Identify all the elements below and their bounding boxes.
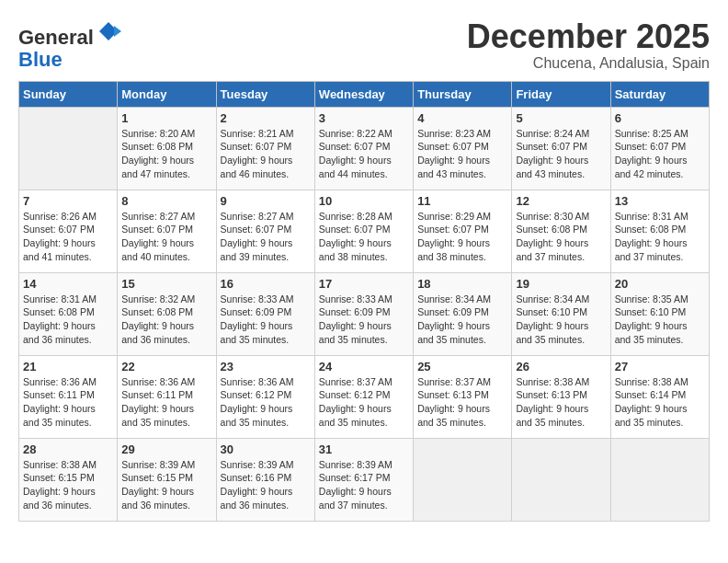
calendar-cell: 25Sunrise: 8:37 AMSunset: 6:13 PMDayligh… <box>414 355 512 438</box>
day-content: Sunrise: 8:35 AMSunset: 6:10 PMDaylight:… <box>615 293 705 347</box>
weekday-header: Tuesday <box>216 81 314 107</box>
day-number: 10 <box>319 194 409 208</box>
day-number: 6 <box>615 111 705 125</box>
location-title: Chucena, Andalusia, Spain <box>467 55 710 72</box>
day-content: Sunrise: 8:36 AMSunset: 6:12 PMDaylight:… <box>221 375 311 430</box>
day-content: Sunrise: 8:23 AMSunset: 6:07 PMDaylight:… <box>417 127 507 181</box>
calendar-cell: 12Sunrise: 8:30 AMSunset: 6:08 PMDayligh… <box>512 190 610 272</box>
day-content: Sunrise: 8:39 AMSunset: 6:16 PMDaylight:… <box>221 458 311 512</box>
title-block: December 2025 Chucena, Andalusia, Spain <box>467 18 710 72</box>
day-content: Sunrise: 8:38 AMSunset: 6:13 PMDaylight:… <box>516 375 606 430</box>
day-content: Sunrise: 8:28 AMSunset: 6:07 PMDaylight:… <box>319 210 409 264</box>
day-content: Sunrise: 8:27 AMSunset: 6:07 PMDaylight:… <box>221 210 311 264</box>
day-content: Sunrise: 8:31 AMSunset: 6:08 PMDaylight:… <box>23 293 113 347</box>
month-title: December 2025 <box>467 18 710 55</box>
day-content: Sunrise: 8:38 AMSunset: 6:15 PMDaylight:… <box>23 458 113 512</box>
day-number: 8 <box>121 194 211 208</box>
day-content: Sunrise: 8:31 AMSunset: 6:08 PMDaylight:… <box>615 210 705 264</box>
calendar-week-row: 1Sunrise: 8:20 AMSunset: 6:08 PMDaylight… <box>19 107 710 190</box>
calendar-cell: 20Sunrise: 8:35 AMSunset: 6:10 PMDayligh… <box>610 272 709 355</box>
day-number: 31 <box>319 442 409 456</box>
weekday-header: Sunday <box>19 81 118 107</box>
calendar-cell: 29Sunrise: 8:39 AMSunset: 6:15 PMDayligh… <box>118 438 216 521</box>
calendar-cell: 7Sunrise: 8:26 AMSunset: 6:07 PMDaylight… <box>19 190 118 272</box>
calendar-cell: 21Sunrise: 8:36 AMSunset: 6:11 PMDayligh… <box>19 355 118 438</box>
day-content: Sunrise: 8:25 AMSunset: 6:07 PMDaylight:… <box>615 127 705 181</box>
calendar-week-row: 14Sunrise: 8:31 AMSunset: 6:08 PMDayligh… <box>19 272 710 355</box>
logo: General Blue <box>18 18 121 71</box>
calendar-cell: 10Sunrise: 8:28 AMSunset: 6:07 PMDayligh… <box>314 190 413 272</box>
calendar-cell <box>610 438 709 521</box>
calendar-week-row: 28Sunrise: 8:38 AMSunset: 6:15 PMDayligh… <box>19 438 710 521</box>
logo-blue: Blue <box>18 48 63 71</box>
calendar-cell: 31Sunrise: 8:39 AMSunset: 6:17 PMDayligh… <box>314 438 413 521</box>
day-number: 30 <box>221 442 311 456</box>
calendar-cell <box>414 438 512 521</box>
weekday-header: Wednesday <box>314 81 413 107</box>
page-header: General Blue December 2025 Chucena, Anda… <box>18 18 710 72</box>
day-number: 3 <box>319 111 409 125</box>
day-number: 20 <box>615 277 705 291</box>
day-content: Sunrise: 8:34 AMSunset: 6:10 PMDaylight:… <box>516 293 606 347</box>
day-content: Sunrise: 8:29 AMSunset: 6:07 PMDaylight:… <box>417 210 507 264</box>
calendar-cell: 2Sunrise: 8:21 AMSunset: 6:07 PMDaylight… <box>216 107 314 190</box>
day-content: Sunrise: 8:30 AMSunset: 6:08 PMDaylight:… <box>516 210 606 264</box>
day-number: 11 <box>417 194 507 208</box>
day-number: 1 <box>121 111 211 125</box>
day-number: 19 <box>516 277 606 291</box>
day-content: Sunrise: 8:33 AMSunset: 6:09 PMDaylight:… <box>221 293 311 347</box>
day-number: 14 <box>23 277 113 291</box>
day-number: 27 <box>615 360 705 373</box>
calendar-week-row: 21Sunrise: 8:36 AMSunset: 6:11 PMDayligh… <box>19 355 710 438</box>
day-content: Sunrise: 8:39 AMSunset: 6:15 PMDaylight:… <box>121 458 211 512</box>
weekday-header: Thursday <box>414 81 512 107</box>
calendar-cell: 30Sunrise: 8:39 AMSunset: 6:16 PMDayligh… <box>216 438 314 521</box>
day-number: 12 <box>516 194 606 208</box>
calendar-cell: 5Sunrise: 8:24 AMSunset: 6:07 PMDaylight… <box>512 107 610 190</box>
calendar-cell: 24Sunrise: 8:37 AMSunset: 6:12 PMDayligh… <box>314 355 413 438</box>
calendar-cell: 3Sunrise: 8:22 AMSunset: 6:07 PMDaylight… <box>314 107 413 190</box>
calendar-cell: 4Sunrise: 8:23 AMSunset: 6:07 PMDaylight… <box>414 107 512 190</box>
day-number: 22 <box>121 360 211 373</box>
calendar-cell: 28Sunrise: 8:38 AMSunset: 6:15 PMDayligh… <box>19 438 118 521</box>
svg-marker-1 <box>114 26 121 37</box>
calendar-week-row: 7Sunrise: 8:26 AMSunset: 6:07 PMDaylight… <box>19 190 710 272</box>
day-content: Sunrise: 8:39 AMSunset: 6:17 PMDaylight:… <box>319 458 409 512</box>
calendar-table: SundayMondayTuesdayWednesdayThursdayFrid… <box>18 81 710 522</box>
calendar-cell: 22Sunrise: 8:36 AMSunset: 6:11 PMDayligh… <box>118 355 216 438</box>
day-number: 26 <box>516 360 606 373</box>
day-content: Sunrise: 8:20 AMSunset: 6:08 PMDaylight:… <box>121 127 211 181</box>
day-number: 9 <box>221 194 311 208</box>
calendar-cell: 17Sunrise: 8:33 AMSunset: 6:09 PMDayligh… <box>314 272 413 355</box>
day-number: 21 <box>23 360 113 373</box>
calendar-cell: 1Sunrise: 8:20 AMSunset: 6:08 PMDaylight… <box>118 107 216 190</box>
day-content: Sunrise: 8:22 AMSunset: 6:07 PMDaylight:… <box>319 127 409 181</box>
day-content: Sunrise: 8:26 AMSunset: 6:07 PMDaylight:… <box>23 210 113 264</box>
logo-general: General <box>18 26 94 49</box>
day-number: 28 <box>23 442 113 456</box>
calendar-cell: 27Sunrise: 8:38 AMSunset: 6:14 PMDayligh… <box>610 355 709 438</box>
day-number: 5 <box>516 111 606 125</box>
calendar-cell: 19Sunrise: 8:34 AMSunset: 6:10 PMDayligh… <box>512 272 610 355</box>
day-content: Sunrise: 8:36 AMSunset: 6:11 PMDaylight:… <box>121 375 211 430</box>
day-content: Sunrise: 8:37 AMSunset: 6:12 PMDaylight:… <box>319 375 409 430</box>
logo-icon <box>96 18 121 44</box>
day-number: 4 <box>417 111 507 125</box>
day-content: Sunrise: 8:38 AMSunset: 6:14 PMDaylight:… <box>615 375 705 430</box>
day-number: 13 <box>615 194 705 208</box>
calendar-header-row: SundayMondayTuesdayWednesdayThursdayFrid… <box>19 81 710 107</box>
calendar-cell: 9Sunrise: 8:27 AMSunset: 6:07 PMDaylight… <box>216 190 314 272</box>
calendar-cell: 6Sunrise: 8:25 AMSunset: 6:07 PMDaylight… <box>610 107 709 190</box>
weekday-header: Friday <box>512 81 610 107</box>
calendar-cell <box>512 438 610 521</box>
day-number: 17 <box>319 277 409 291</box>
calendar-cell <box>19 107 118 190</box>
calendar-cell: 8Sunrise: 8:27 AMSunset: 6:07 PMDaylight… <box>118 190 216 272</box>
day-content: Sunrise: 8:21 AMSunset: 6:07 PMDaylight:… <box>221 127 311 181</box>
calendar-body: 1Sunrise: 8:20 AMSunset: 6:08 PMDaylight… <box>19 107 710 521</box>
day-number: 16 <box>221 277 311 291</box>
weekday-header: Monday <box>118 81 216 107</box>
day-number: 25 <box>417 360 507 373</box>
day-content: Sunrise: 8:32 AMSunset: 6:08 PMDaylight:… <box>121 293 211 347</box>
day-number: 29 <box>121 442 211 456</box>
